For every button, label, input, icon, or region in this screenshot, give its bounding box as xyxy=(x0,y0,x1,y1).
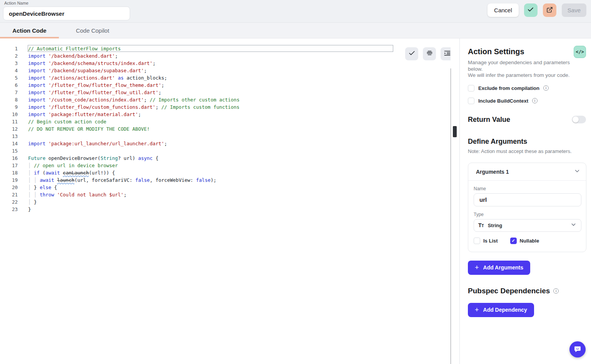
exclude-compilation-label: Exclude from compilation xyxy=(478,85,539,91)
define-arguments-title: Define Arguments xyxy=(468,138,527,146)
nullable-checkbox[interactable]: ✓ xyxy=(510,238,517,244)
code-line[interactable]: 14import 'package:url_launcher/url_launc… xyxy=(0,140,451,147)
type-select[interactable]: TT String xyxy=(474,219,581,232)
chat-button[interactable] xyxy=(569,341,586,357)
code-line[interactable]: 9import '/flutter_flow/custom_functions.… xyxy=(0,103,451,111)
name-field-label: Name xyxy=(474,186,581,191)
action-name-label: Action Name xyxy=(4,1,28,5)
is-list-label: Is List xyxy=(483,238,498,244)
editor-format-icon xyxy=(426,50,433,58)
code-line[interactable]: 10import 'package:flutter/material.dart'… xyxy=(0,111,451,118)
editor-indent-icon xyxy=(444,50,451,58)
line-number: 14 xyxy=(0,140,18,147)
info-icon[interactable]: i xyxy=(532,98,538,103)
check-icon xyxy=(527,6,534,14)
line-number: 16 xyxy=(0,155,18,162)
tab-bar: Action Code Code Copilot xyxy=(0,23,591,38)
code-line[interactable]: 8import '/custom_code/actions/index.dart… xyxy=(0,96,451,103)
add-dependency-button[interactable]: + Add Dependency xyxy=(468,303,534,317)
pubspec-title: Pubspec Dependencies xyxy=(468,287,550,295)
save-button[interactable]: Save xyxy=(562,3,586,17)
include-buildcontext-checkbox[interactable] xyxy=(468,98,474,104)
info-icon[interactable]: i xyxy=(553,288,559,294)
line-number: 18 xyxy=(0,169,18,176)
return-value-title: Return Value xyxy=(468,116,510,124)
code-line[interactable]: 6import '/flutter_flow/flutter_flow_them… xyxy=(0,81,451,89)
scrollbar-thumb[interactable] xyxy=(453,126,457,137)
topbar-actions: Cancel Save xyxy=(487,3,586,17)
code-line[interactable]: 16Future openDeviceBrowser(String? url) … xyxy=(0,155,451,162)
define-arguments-note: Note: Action must accept these as parame… xyxy=(468,148,586,154)
panel-title: Action Settings xyxy=(468,47,586,56)
line-number: 1 xyxy=(0,45,18,52)
line-number: 21 xyxy=(0,191,18,198)
plus-icon: + xyxy=(475,264,479,271)
code-line[interactable]: 11// Begin custom action code xyxy=(0,118,451,125)
code-view-button[interactable]: </> xyxy=(574,46,586,58)
argument-card-header[interactable]: Arguments 1 xyxy=(468,163,586,181)
toggle-knob xyxy=(573,116,579,123)
line-number: 12 xyxy=(0,125,18,133)
add-arguments-button[interactable]: + Add Arguments xyxy=(468,261,530,275)
line-number: 5 xyxy=(0,74,18,81)
return-value-toggle[interactable] xyxy=(572,116,586,123)
panel-subtitle-1: Manage your dependencies and parameters … xyxy=(468,60,586,72)
editor-format-button[interactable] xyxy=(423,47,436,60)
chevron-down-icon xyxy=(570,221,577,229)
include-buildcontext-label: Include BuildContext xyxy=(478,98,528,104)
include-buildcontext-row: Include BuildContext i xyxy=(468,98,586,104)
line-number: 13 xyxy=(0,133,18,140)
top-bar: Action Name Cancel Save xyxy=(0,0,591,23)
type-select-value: String xyxy=(488,223,570,228)
line-number: 6 xyxy=(0,81,18,89)
code-line[interactable]: 13 xyxy=(0,133,451,140)
action-name-input[interactable] xyxy=(3,7,130,20)
code-line[interactable]: 12// DO NOT REMOVE OR MODIFY THE CODE AB… xyxy=(0,125,451,133)
tab-code-copilot[interactable]: Code Copilot xyxy=(59,23,126,38)
tab-action-code[interactable]: Action Code xyxy=(0,23,59,38)
code-line[interactable]: 5import '/actions/actions.dart' as actio… xyxy=(0,74,451,81)
code-line[interactable]: 18│ if (await canLaunch(url!)) { xyxy=(0,169,451,176)
line-number: 17 xyxy=(0,162,18,169)
type-field-label: Type xyxy=(474,212,581,217)
cancel-button[interactable]: Cancel xyxy=(487,3,519,17)
line-number: 3 xyxy=(0,60,18,67)
code-line[interactable]: 23} xyxy=(0,206,451,213)
code-line[interactable]: 19│ │ await launch(url, forceSafariVC: f… xyxy=(0,176,451,184)
code-line[interactable]: 22│ } xyxy=(0,198,451,206)
open-external-button[interactable] xyxy=(543,3,556,17)
line-number: 8 xyxy=(0,96,18,103)
confirm-button[interactable] xyxy=(524,3,538,17)
code-line[interactable]: 15 xyxy=(0,147,451,155)
exclude-compilation-checkbox[interactable] xyxy=(468,85,474,91)
action-settings-panel: Action Settings </> Manage your dependen… xyxy=(459,38,591,364)
code-line[interactable]: 21│ │ throw 'Could not launch $url'; xyxy=(0,191,451,198)
line-number: 22 xyxy=(0,198,18,206)
editor-indent-button[interactable] xyxy=(441,47,451,60)
code-line[interactable]: 1// Automatic FlutterFlow imports xyxy=(0,45,451,52)
code-line[interactable]: 2import '/backend/backend.dart'; xyxy=(0,52,451,60)
editor-toolbar xyxy=(405,47,451,60)
line-number: 15 xyxy=(0,147,18,155)
info-icon[interactable]: i xyxy=(543,85,549,91)
line-number: 23 xyxy=(0,206,18,213)
code-editor[interactable]: 1// Automatic FlutterFlow imports2import… xyxy=(0,38,451,364)
open-external-icon xyxy=(546,7,553,14)
add-arguments-label: Add Arguments xyxy=(483,264,523,271)
add-dependency-label: Add Dependency xyxy=(483,307,527,313)
code-line[interactable]: 4import '/backend/supabase/supabase.dart… xyxy=(0,67,451,74)
chat-icon xyxy=(573,345,582,354)
code-line[interactable]: 17│ // open url in device browser xyxy=(0,162,451,169)
type-text-icon: TT xyxy=(478,222,484,228)
code-line[interactable]: 3import '/backend/schema/structs/index.d… xyxy=(0,60,451,67)
argument-card: Arguments 1 Name Type TT String Is List … xyxy=(468,163,586,252)
code-line[interactable]: 7import '/flutter_flow/flutter_flow_util… xyxy=(0,89,451,96)
is-list-checkbox[interactable] xyxy=(474,238,480,244)
line-number: 7 xyxy=(0,89,18,96)
argument-name-input[interactable] xyxy=(474,193,581,206)
editor-check-icon xyxy=(408,50,416,58)
line-number: 2 xyxy=(0,52,18,60)
code-line[interactable]: 20│ } else { xyxy=(0,184,451,191)
line-number: 19 xyxy=(0,176,18,184)
editor-check-button[interactable] xyxy=(405,47,418,60)
